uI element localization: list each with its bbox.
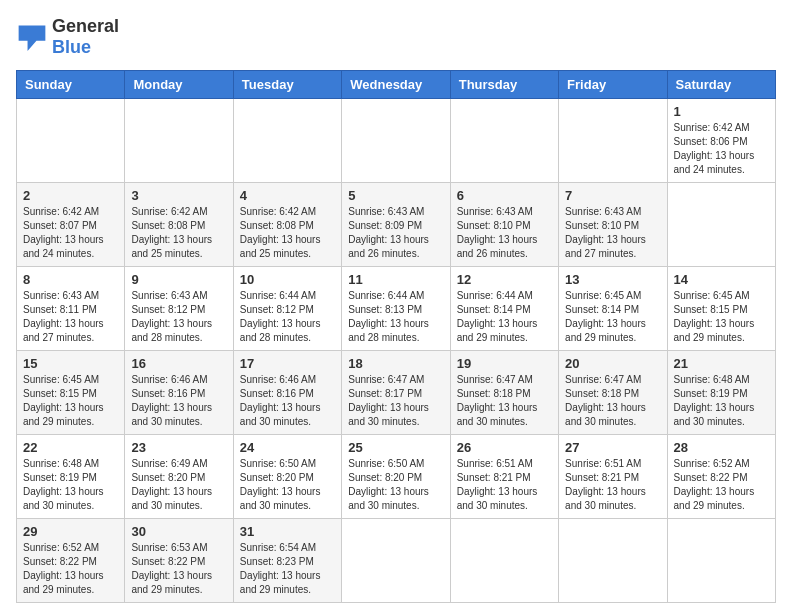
calendar-cell [559,519,667,603]
calendar-cell [450,519,558,603]
calendar-cell: 7Sunrise: 6:43 AMSunset: 8:10 PMDaylight… [559,183,667,267]
calendar-cell: 1Sunrise: 6:42 AMSunset: 8:06 PMDaylight… [667,99,775,183]
day-number: 6 [457,188,552,203]
day-number: 26 [457,440,552,455]
day-number: 13 [565,272,660,287]
day-info: Sunrise: 6:47 AMSunset: 8:18 PMDaylight:… [565,373,660,429]
calendar-week-3: 8Sunrise: 6:43 AMSunset: 8:11 PMDaylight… [17,267,776,351]
calendar-cell [17,99,125,183]
logo: General Blue [16,16,119,58]
day-number: 25 [348,440,443,455]
day-number: 3 [131,188,226,203]
logo-blue: Blue [52,37,91,57]
day-number: 10 [240,272,335,287]
day-info: Sunrise: 6:48 AMSunset: 8:19 PMDaylight:… [674,373,769,429]
day-number: 22 [23,440,118,455]
day-info: Sunrise: 6:44 AMSunset: 8:12 PMDaylight:… [240,289,335,345]
day-info: Sunrise: 6:43 AMSunset: 8:10 PMDaylight:… [457,205,552,261]
calendar-cell: 8Sunrise: 6:43 AMSunset: 8:11 PMDaylight… [17,267,125,351]
svg-marker-0 [19,26,46,51]
calendar-cell: 13Sunrise: 6:45 AMSunset: 8:14 PMDayligh… [559,267,667,351]
col-header-saturday: Saturday [667,71,775,99]
day-info: Sunrise: 6:43 AMSunset: 8:10 PMDaylight:… [565,205,660,261]
calendar-cell [342,99,450,183]
calendar-week-5: 22Sunrise: 6:48 AMSunset: 8:19 PMDayligh… [17,435,776,519]
calendar-cell: 6Sunrise: 6:43 AMSunset: 8:10 PMDaylight… [450,183,558,267]
calendar-cell: 4Sunrise: 6:42 AMSunset: 8:08 PMDaylight… [233,183,341,267]
calendar-cell [667,519,775,603]
day-number: 21 [674,356,769,371]
calendar-cell: 16Sunrise: 6:46 AMSunset: 8:16 PMDayligh… [125,351,233,435]
day-number: 8 [23,272,118,287]
day-info: Sunrise: 6:42 AMSunset: 8:08 PMDaylight:… [240,205,335,261]
day-info: Sunrise: 6:44 AMSunset: 8:14 PMDaylight:… [457,289,552,345]
day-number: 11 [348,272,443,287]
day-number: 5 [348,188,443,203]
calendar-cell [342,519,450,603]
day-number: 4 [240,188,335,203]
day-info: Sunrise: 6:43 AMSunset: 8:09 PMDaylight:… [348,205,443,261]
day-info: Sunrise: 6:51 AMSunset: 8:21 PMDaylight:… [457,457,552,513]
calendar-cell: 15Sunrise: 6:45 AMSunset: 8:15 PMDayligh… [17,351,125,435]
calendar-cell: 20Sunrise: 6:47 AMSunset: 8:18 PMDayligh… [559,351,667,435]
day-number: 7 [565,188,660,203]
day-info: Sunrise: 6:52 AMSunset: 8:22 PMDaylight:… [23,541,118,597]
day-info: Sunrise: 6:50 AMSunset: 8:20 PMDaylight:… [240,457,335,513]
col-header-thursday: Thursday [450,71,558,99]
day-number: 17 [240,356,335,371]
calendar-cell: 23Sunrise: 6:49 AMSunset: 8:20 PMDayligh… [125,435,233,519]
day-info: Sunrise: 6:42 AMSunset: 8:06 PMDaylight:… [674,121,769,177]
calendar-cell: 21Sunrise: 6:48 AMSunset: 8:19 PMDayligh… [667,351,775,435]
calendar-cell [125,99,233,183]
calendar-cell: 14Sunrise: 6:45 AMSunset: 8:15 PMDayligh… [667,267,775,351]
calendar-cell [559,99,667,183]
day-number: 16 [131,356,226,371]
calendar-cell: 3Sunrise: 6:42 AMSunset: 8:08 PMDaylight… [125,183,233,267]
day-number: 15 [23,356,118,371]
day-info: Sunrise: 6:45 AMSunset: 8:15 PMDaylight:… [674,289,769,345]
calendar-week-4: 15Sunrise: 6:45 AMSunset: 8:15 PMDayligh… [17,351,776,435]
day-number: 12 [457,272,552,287]
day-info: Sunrise: 6:47 AMSunset: 8:18 PMDaylight:… [457,373,552,429]
day-info: Sunrise: 6:48 AMSunset: 8:19 PMDaylight:… [23,457,118,513]
day-number: 31 [240,524,335,539]
page-header: General Blue [16,16,776,58]
calendar-cell: 19Sunrise: 6:47 AMSunset: 8:18 PMDayligh… [450,351,558,435]
calendar-cell: 24Sunrise: 6:50 AMSunset: 8:20 PMDayligh… [233,435,341,519]
col-header-friday: Friday [559,71,667,99]
day-info: Sunrise: 6:44 AMSunset: 8:13 PMDaylight:… [348,289,443,345]
calendar-cell: 27Sunrise: 6:51 AMSunset: 8:21 PMDayligh… [559,435,667,519]
day-info: Sunrise: 6:45 AMSunset: 8:14 PMDaylight:… [565,289,660,345]
day-number: 2 [23,188,118,203]
calendar-cell: 25Sunrise: 6:50 AMSunset: 8:20 PMDayligh… [342,435,450,519]
day-number: 24 [240,440,335,455]
calendar-week-1: 1Sunrise: 6:42 AMSunset: 8:06 PMDaylight… [17,99,776,183]
day-number: 20 [565,356,660,371]
calendar-cell: 18Sunrise: 6:47 AMSunset: 8:17 PMDayligh… [342,351,450,435]
col-header-monday: Monday [125,71,233,99]
calendar-header-row: SundayMondayTuesdayWednesdayThursdayFrid… [17,71,776,99]
calendar-cell: 29Sunrise: 6:52 AMSunset: 8:22 PMDayligh… [17,519,125,603]
day-info: Sunrise: 6:42 AMSunset: 8:07 PMDaylight:… [23,205,118,261]
day-number: 19 [457,356,552,371]
calendar-table: SundayMondayTuesdayWednesdayThursdayFrid… [16,70,776,603]
day-info: Sunrise: 6:53 AMSunset: 8:22 PMDaylight:… [131,541,226,597]
day-info: Sunrise: 6:54 AMSunset: 8:23 PMDaylight:… [240,541,335,597]
day-info: Sunrise: 6:46 AMSunset: 8:16 PMDaylight:… [131,373,226,429]
day-number: 9 [131,272,226,287]
day-number: 28 [674,440,769,455]
calendar-cell: 26Sunrise: 6:51 AMSunset: 8:21 PMDayligh… [450,435,558,519]
calendar-cell: 31Sunrise: 6:54 AMSunset: 8:23 PMDayligh… [233,519,341,603]
day-info: Sunrise: 6:50 AMSunset: 8:20 PMDaylight:… [348,457,443,513]
calendar-cell: 10Sunrise: 6:44 AMSunset: 8:12 PMDayligh… [233,267,341,351]
day-info: Sunrise: 6:46 AMSunset: 8:16 PMDaylight:… [240,373,335,429]
calendar-week-2: 2Sunrise: 6:42 AMSunset: 8:07 PMDaylight… [17,183,776,267]
calendar-cell: 5Sunrise: 6:43 AMSunset: 8:09 PMDaylight… [342,183,450,267]
day-number: 30 [131,524,226,539]
calendar-cell: 28Sunrise: 6:52 AMSunset: 8:22 PMDayligh… [667,435,775,519]
day-number: 29 [23,524,118,539]
logo-icon [16,23,48,51]
day-number: 1 [674,104,769,119]
day-info: Sunrise: 6:42 AMSunset: 8:08 PMDaylight:… [131,205,226,261]
calendar-cell [450,99,558,183]
